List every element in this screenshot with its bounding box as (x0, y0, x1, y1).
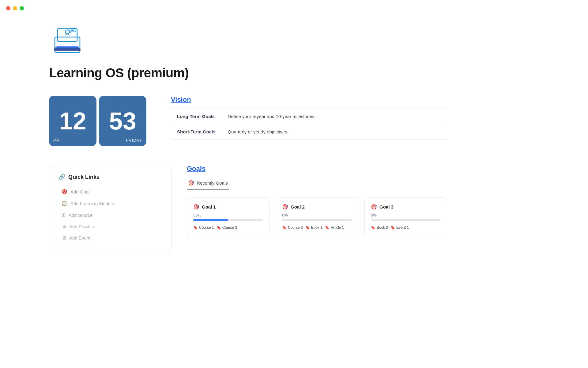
goal-progress-label: 0% (282, 213, 352, 217)
goals-title: Goals (187, 165, 539, 173)
close-button[interactable] (6, 6, 10, 10)
top-section: 12 PM 53 FRIDAY Vision Long-Term Goals D… (49, 96, 539, 146)
quick-link-add-event[interactable]: 🖥 Add Event (58, 233, 162, 243)
tag-label: Book 2 (377, 225, 388, 230)
vision-row-value: Quarterly or yearly objectives. (222, 124, 447, 140)
vision-row: Long-Term Goals Define your 5-year and 1… (171, 109, 447, 124)
tag-icon-book: 🔖 (371, 225, 375, 230)
goal-card-icon: 🎯 (371, 204, 377, 210)
progress-bar-bg (371, 219, 441, 221)
goal-tags: 🔖 Course 3 🔖 Book 1 🔖 Article 1 (282, 225, 352, 230)
bottom-section: 🔗 Quick Links 🎯 Add Goal 📋 Add Learning … (49, 165, 539, 253)
vision-row-value: Define your 5-year and 10-year milestone… (222, 109, 447, 124)
minimize-button[interactable] (13, 6, 17, 10)
add-event-icon: 🖥 (62, 235, 66, 240)
vision-row: Short-Term Goals Quarterly or yearly obj… (171, 124, 447, 140)
goals-section: Goals 🎯 Recently Goals 🎯 Goal 1 50% 🔖 Co… (187, 165, 539, 236)
vision-table: Long-Term Goals Define your 5-year and 1… (171, 109, 447, 140)
tag-icon-course: 🔖 (217, 225, 221, 230)
goal-tags: 🔖 Course 1 🔖 Course 2 (193, 225, 263, 230)
logo-container (49, 25, 539, 56)
goal-tag: 🔖 Course 2 (217, 225, 237, 230)
goal-card-header: 🎯 Goal 2 (282, 204, 352, 210)
quick-links-header: 🔗 Quick Links (58, 174, 162, 180)
vision-section: Vision Long-Term Goals Define your 5-yea… (171, 96, 447, 140)
clock-day: FRIDAY (126, 138, 142, 143)
goal-card-header: 🎯 Goal 1 (193, 204, 263, 210)
clock-hours: 12 (59, 109, 86, 133)
traffic-lights (6, 6, 24, 10)
goal-card-name: Goal 2 (291, 204, 305, 209)
clock-minutes-card: 53 FRIDAY (99, 96, 146, 146)
quick-links-title: Quick Links (68, 174, 100, 180)
progress-bar-fill (193, 219, 228, 221)
maximize-button[interactable] (20, 6, 24, 10)
tag-icon-article: 🔖 (325, 225, 330, 230)
goal-tag: 🔖 Article 1 (325, 225, 344, 230)
quick-link-add-practice[interactable]: 🖥 Add Practice (58, 221, 162, 232)
add-source-label: Add Source (69, 213, 92, 218)
goal-tag: 🔖 Course 1 (193, 225, 214, 230)
add-goal-icon: 🎯 (62, 189, 67, 194)
goal-cards: 🎯 Goal 1 50% 🔖 Course 1 🔖 Course 2 🎯 Goa… (187, 197, 539, 236)
tab-goal-icon: 🎯 (188, 180, 194, 186)
tag-label: Course 1 (199, 225, 214, 230)
goal-tag: 🔖 Book 1 (305, 225, 322, 230)
goal-card-icon: 🎯 (282, 204, 288, 210)
add-learning-module-icon: 📋 (62, 201, 67, 206)
svg-point-2 (66, 30, 70, 34)
goal-tag: 🔖 Course 3 (282, 225, 303, 230)
tab-recently-goals-label: Recently Goals (197, 180, 228, 186)
add-goal-label: Add Goal (70, 189, 90, 194)
add-source-icon: ⊞ (62, 212, 66, 218)
goal-tag: 🔖 Event 1 (390, 225, 409, 230)
quick-link-add-learning-module[interactable]: 📋 Add Learning Module (58, 198, 162, 209)
quick-links-widget: 🔗 Quick Links 🎯 Add Goal 📋 Add Learning … (49, 165, 172, 253)
clock-minutes: 53 (109, 109, 136, 133)
goal-card-1[interactable]: 🎯 Goal 1 50% 🔖 Course 1 🔖 Course 2 (187, 197, 270, 236)
logo-icon (49, 25, 86, 55)
vision-title: Vision (171, 96, 447, 104)
vision-row-label: Short-Term Goals (171, 124, 222, 140)
goal-tags: 🔖 Book 2 🔖 Event 1 (371, 225, 441, 230)
clock-hours-card: 12 PM (49, 96, 96, 146)
tag-icon-course: 🔖 (193, 225, 198, 230)
quick-link-add-source[interactable]: ⊞ Add Source (58, 210, 162, 220)
goal-card-header: 🎯 Goal 3 (371, 204, 441, 210)
main-container: Learning OS (premium) 12 PM 53 FRIDAY Vi… (0, 0, 588, 271)
goal-card-3[interactable]: 🎯 Goal 3 0% 🔖 Book 2 🔖 Event 1 (364, 197, 447, 236)
tag-label: Course 3 (288, 225, 303, 230)
tag-label: Book 1 (311, 225, 322, 230)
link-icon: 🔗 (58, 174, 65, 180)
tag-icon-book: 🔖 (305, 225, 310, 230)
tag-label: Course 2 (222, 225, 237, 230)
tag-label: Event 1 (396, 225, 409, 230)
add-practice-label: Add Practice (69, 224, 95, 229)
page-title: Learning OS (premium) (49, 66, 539, 80)
goal-card-name: Goal 1 (202, 204, 216, 209)
add-learning-module-label: Add Learning Module (70, 201, 114, 206)
progress-bar-bg (193, 219, 263, 221)
progress-bar-bg (282, 219, 352, 221)
clock-widget: 12 PM 53 FRIDAY (49, 96, 146, 146)
tag-icon-course: 🔖 (282, 225, 287, 230)
goal-card-2[interactable]: 🎯 Goal 2 0% 🔖 Course 3 🔖 Book 1 🔖 Articl… (276, 197, 358, 236)
tab-recently-goals[interactable]: 🎯 Recently Goals (187, 178, 229, 190)
svg-rect-8 (57, 46, 78, 48)
quick-links-list: 🎯 Add Goal 📋 Add Learning Module ⊞ Add S… (58, 186, 162, 243)
tag-label: Article 1 (331, 225, 344, 230)
goal-card-name: Goal 3 (379, 204, 394, 209)
goal-progress-label: 50% (193, 213, 263, 217)
tag-icon-event: 🔖 (390, 225, 395, 230)
vision-row-label: Long-Term Goals (171, 109, 222, 124)
goal-card-icon: 🎯 (193, 204, 199, 210)
clock-period: PM (53, 138, 60, 143)
add-event-label: Add Event (69, 235, 90, 240)
goal-progress-label: 0% (371, 213, 441, 217)
goal-tag: 🔖 Book 2 (371, 225, 388, 230)
add-practice-icon: 🖥 (62, 224, 66, 229)
goals-tabs: 🎯 Recently Goals (187, 178, 539, 190)
quick-link-add-goal[interactable]: 🎯 Add Goal (58, 186, 162, 197)
